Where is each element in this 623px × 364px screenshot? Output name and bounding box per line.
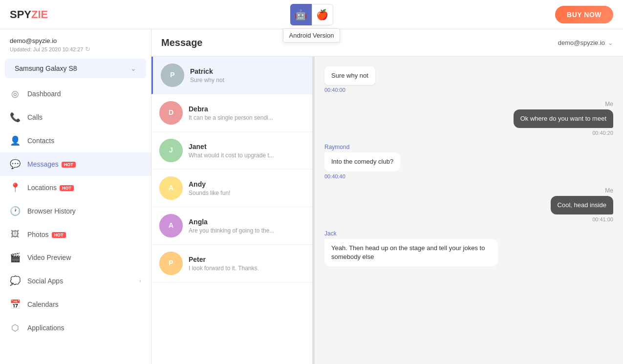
photos-nav-icon: 🖼 bbox=[10, 229, 21, 239]
sender-name: Me bbox=[605, 101, 613, 107]
contact-item-janet[interactable]: J JanetWhat would it cost to upgrade t..… bbox=[151, 132, 312, 170]
sender-name: Jack bbox=[324, 230, 337, 237]
main-header: Message demo@spyzie.io ⌄ bbox=[151, 29, 623, 57]
sidebar-item-dashboard[interactable]: ◎Dashboard bbox=[0, 82, 151, 106]
chat-bubble: Yeah. Then head up on the stage and tell… bbox=[324, 239, 498, 266]
chat-bubble: Into the comedy club? bbox=[324, 152, 400, 171]
chat-message-4: MeCool, head inside00:41:00 bbox=[324, 187, 613, 222]
contact-name: Janet bbox=[189, 143, 304, 150]
sidebar-item-photos[interactable]: 🖼PhotosHOT bbox=[0, 223, 151, 246]
sidebar-item-contacts[interactable]: 👤Contacts bbox=[0, 129, 151, 152]
sidebar-item-label-photos: PhotosHOT bbox=[27, 231, 141, 238]
hot-badge-photos: HOT bbox=[52, 232, 66, 238]
avatar-patrick: P bbox=[161, 64, 184, 87]
chat-area: Sure why not00:40:00MeOk where do you wa… bbox=[315, 57, 623, 364]
main-layout: demo@spyzie.io Updated: Jul 25 2020 10:4… bbox=[0, 29, 623, 364]
sidebar-item-label-calls: Calls bbox=[27, 113, 141, 121]
chevron-down-icon: ⌄ bbox=[130, 64, 136, 72]
sender-name: Me bbox=[605, 187, 613, 194]
sidebar-item-label-contacts: Contacts bbox=[27, 137, 141, 145]
video-preview-nav-icon: 🎬 bbox=[10, 252, 21, 263]
sidebar-item-browser-history[interactable]: 🕐Browser History bbox=[0, 199, 151, 223]
contact-item-andy[interactable]: A AndySounds like fun! bbox=[151, 170, 312, 207]
sidebar-nav: ◎Dashboard📞Calls👤Contacts💬MessagesHOT📍Lo… bbox=[0, 82, 151, 340]
messages-nav-icon: 💬 bbox=[10, 159, 21, 170]
android-button[interactable]: 🤖 bbox=[290, 4, 312, 25]
avatar-peter: P bbox=[159, 252, 183, 275]
sidebar-item-calls[interactable]: 📞Calls bbox=[0, 106, 151, 129]
applications-nav-icon: ⬡ bbox=[10, 322, 21, 333]
contact-info-peter: PeterI look forward to it. Thanks. bbox=[189, 256, 304, 272]
page-title: Message bbox=[161, 37, 203, 48]
locations-nav-icon: 📍 bbox=[10, 182, 21, 193]
browser-history-nav-icon: 🕐 bbox=[10, 206, 21, 216]
svg-text:P: P bbox=[170, 71, 174, 79]
calendars-nav-icon: 📅 bbox=[10, 299, 21, 310]
contact-list: P PatrickSure why not D DebraIt can be a… bbox=[151, 57, 313, 364]
contact-item-debra[interactable]: D DebraIt can be a single person sendi..… bbox=[151, 94, 312, 132]
contact-preview: What would it cost to upgrade t... bbox=[189, 152, 304, 159]
sidebar-user: demo@spyzie.io Updated: Jul 25 2020 10:4… bbox=[0, 29, 151, 55]
timestamp: 00:40:00 bbox=[324, 87, 345, 93]
contact-item-angla[interactable]: A AnglaAre you thinking of going to the.… bbox=[151, 207, 312, 245]
sidebar-item-locations[interactable]: 📍LocationsHOT bbox=[0, 176, 151, 199]
header-user-email: demo@spyzie.io bbox=[558, 39, 605, 46]
nav-arrow-social-apps: › bbox=[139, 278, 141, 284]
contact-name: Andy bbox=[189, 180, 304, 188]
contacts-nav-icon: 👤 bbox=[10, 135, 21, 146]
contact-info-janet: JanetWhat would it cost to upgrade t... bbox=[189, 143, 304, 159]
contact-item-patrick[interactable]: P PatrickSure why not bbox=[151, 57, 312, 94]
sidebar-item-label-browser-history: Browser History bbox=[27, 207, 141, 215]
avatar-angla: A bbox=[159, 214, 183, 237]
sidebar-item-label-video-preview: Video Preview bbox=[27, 254, 141, 261]
buy-now-button[interactable]: BUY NOW bbox=[555, 6, 613, 23]
calls-nav-icon: 📞 bbox=[10, 112, 21, 123]
contact-info-angla: AnglaAre you thinking of going to the... bbox=[189, 218, 304, 234]
app-header: SPYZIE 🤖 🍎 Android Version BUY NOW bbox=[0, 0, 623, 29]
chat-bubble: Cool, head inside bbox=[551, 196, 613, 214]
sidebar-item-label-calendars: Calendars bbox=[27, 300, 141, 308]
dashboard-nav-icon: ◎ bbox=[10, 88, 21, 99]
sidebar-email: demo@spyzie.io bbox=[10, 37, 141, 44]
chat-message-2: MeOk where do you want to meet00:40:20 bbox=[324, 101, 613, 136]
svg-text:J: J bbox=[169, 146, 173, 154]
refresh-icon[interactable]: ↻ bbox=[85, 45, 90, 53]
user-menu[interactable]: demo@spyzie.io ⌄ bbox=[558, 39, 613, 46]
chat-bubble: Ok where do you want to meet bbox=[514, 109, 613, 128]
sidebar-item-label-applications: Applications bbox=[27, 324, 141, 332]
message-area: P PatrickSure why not D DebraIt can be a… bbox=[151, 57, 623, 364]
sidebar-item-label-social-apps: Social Apps bbox=[27, 277, 132, 285]
svg-text:A: A bbox=[169, 184, 173, 192]
timestamp: 00:40:40 bbox=[324, 173, 345, 179]
chat-message-5: JackYeah. Then head up on the stage and … bbox=[324, 230, 613, 266]
timestamp: 00:41:00 bbox=[592, 216, 613, 222]
sidebar-item-applications[interactable]: ⬡Applications bbox=[0, 316, 151, 340]
sidebar-item-messages[interactable]: 💬MessagesHOT bbox=[0, 152, 151, 176]
chat-bubble: Sure why not bbox=[324, 66, 375, 85]
svg-text:A: A bbox=[169, 221, 173, 229]
sidebar-item-calendars[interactable]: 📅Calendars bbox=[0, 293, 151, 316]
user-menu-chevron: ⌄ bbox=[608, 39, 613, 46]
contact-info-patrick: PatrickSure why not bbox=[190, 67, 304, 84]
sidebar: demo@spyzie.io Updated: Jul 25 2020 10:4… bbox=[0, 29, 151, 364]
contact-info-andy: AndySounds like fun! bbox=[189, 180, 304, 196]
svg-text:P: P bbox=[169, 259, 173, 267]
sidebar-item-label-messages: MessagesHOT bbox=[27, 160, 141, 168]
sidebar-item-social-apps[interactable]: 💭Social Apps› bbox=[0, 269, 151, 293]
chat-message-1: Sure why not00:40:00 bbox=[324, 66, 613, 93]
device-selector[interactable]: Samsung Galaxy S8 ⌄ bbox=[5, 59, 146, 78]
contact-info-debra: DebraIt can be a single person sendi... bbox=[189, 105, 304, 121]
ios-button[interactable]: 🍎 bbox=[312, 4, 333, 25]
social-apps-nav-icon: 💭 bbox=[10, 276, 21, 286]
sender-name: Raymond bbox=[324, 144, 349, 150]
sidebar-item-video-preview[interactable]: 🎬Video Preview bbox=[0, 246, 151, 269]
sidebar-updated: Updated: Jul 25 2020 10:42:27 ↻ bbox=[10, 45, 141, 53]
android-tooltip: Android Version bbox=[283, 28, 341, 43]
svg-text:D: D bbox=[169, 108, 173, 116]
logo-spy: SPY bbox=[10, 8, 31, 21]
hot-badge-messages: HOT bbox=[62, 162, 76, 168]
hot-badge-locations: HOT bbox=[60, 185, 74, 191]
avatar-andy: A bbox=[159, 176, 183, 200]
logo-zie: ZIE bbox=[31, 8, 48, 21]
contact-item-peter[interactable]: P PeterI look forward to it. Thanks. bbox=[151, 245, 312, 282]
